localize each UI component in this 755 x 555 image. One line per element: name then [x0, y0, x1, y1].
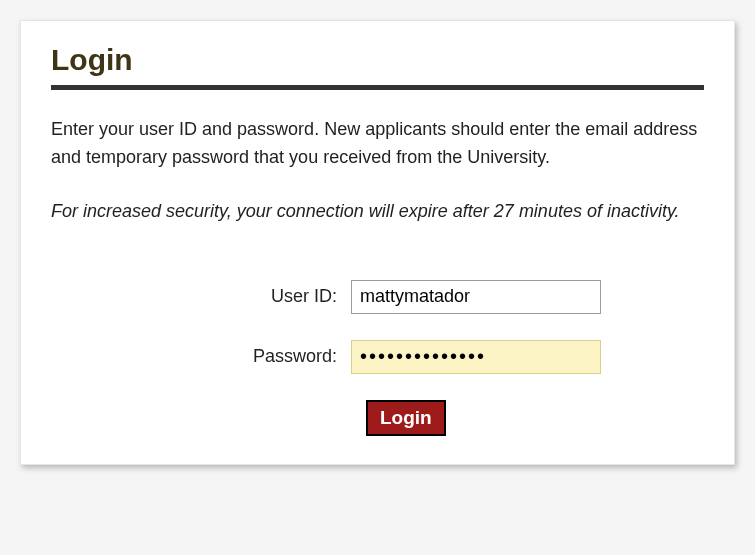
title-divider	[51, 85, 704, 90]
user-id-label: User ID:	[51, 286, 351, 307]
page-title: Login	[51, 43, 704, 77]
password-label: Password:	[51, 346, 351, 367]
password-row: Password:	[51, 340, 704, 374]
login-card: Login Enter your user ID and password. N…	[20, 20, 735, 465]
security-note: For increased security, your connection …	[51, 198, 704, 226]
instructions-text: Enter your user ID and password. New app…	[51, 116, 704, 172]
button-row: Login	[51, 400, 704, 436]
user-id-row: User ID:	[51, 280, 704, 314]
password-input[interactable]	[351, 340, 601, 374]
user-id-input[interactable]	[351, 280, 601, 314]
login-button[interactable]: Login	[366, 400, 446, 436]
